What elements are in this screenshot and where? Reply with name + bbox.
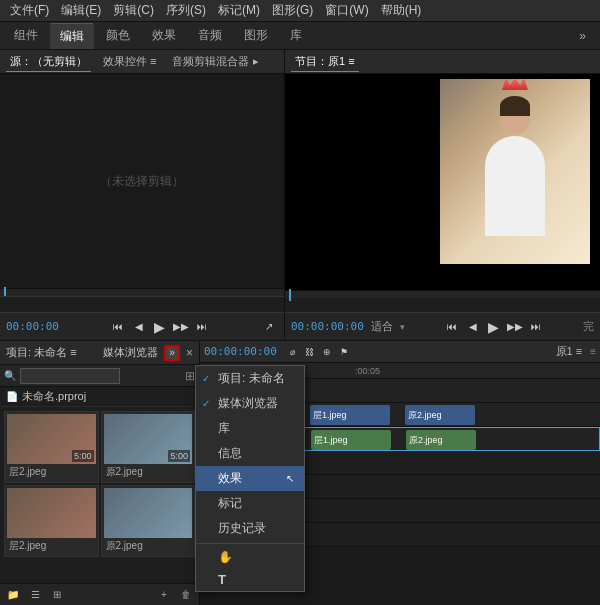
program-timecode: 00:00:00:00 bbox=[291, 320, 364, 333]
timeline-header: 00:00:00:00 ⌀ ⛓ ⊕ ⚑ 原1 ≡ ≡ bbox=[200, 341, 600, 363]
dropdown-label-5: 标记 bbox=[218, 495, 242, 512]
source-prev-btn[interactable]: ⏮ bbox=[109, 318, 127, 336]
program-ruler bbox=[285, 298, 600, 312]
timeline-ripple-btn[interactable]: ⌀ bbox=[285, 344, 301, 360]
dropdown-item-1[interactable]: ✓ 媒体浏览器 bbox=[196, 391, 304, 416]
tab-library[interactable]: 库 bbox=[280, 23, 312, 48]
menu-help[interactable]: 帮助(H) bbox=[375, 0, 428, 21]
program-fit-arrow: ▾ bbox=[400, 322, 405, 332]
program-panel: 节目：原1 ≡ 00:00:00:00 适合 ▾ bbox=[285, 50, 600, 340]
source-export-btn[interactable]: ↗ bbox=[260, 318, 278, 336]
menu-graphics[interactable]: 图形(G) bbox=[266, 0, 319, 21]
dropdown-menu: ✓ 项目: 未命名 ✓ 媒体浏览器 库 信息 效果 ↖ 标记 历史记录 bbox=[195, 365, 305, 592]
dropdown-hand-item[interactable]: ✋ bbox=[196, 546, 304, 568]
tab-graphics[interactable]: 图形 bbox=[234, 23, 278, 48]
program-tab[interactable]: 节目：原1 ≡ bbox=[291, 52, 359, 72]
hand-icon: ✋ bbox=[218, 550, 233, 564]
thumb-image-1: 5:00 bbox=[104, 414, 193, 464]
dropdown-item-6[interactable]: 历史记录 bbox=[196, 516, 304, 541]
thumb-label-0: 层2.jpeg bbox=[7, 464, 96, 480]
track-v1-area[interactable]: 层1.jpeg 原2.jpeg bbox=[261, 428, 599, 450]
dropdown-item-4[interactable]: 效果 ↖ bbox=[196, 466, 304, 491]
track-a2-area[interactable] bbox=[260, 475, 600, 498]
dropdown-item-5[interactable]: 标记 bbox=[196, 491, 304, 516]
menu-clip[interactable]: 剪辑(C) bbox=[107, 0, 160, 21]
track-v2-area[interactable]: 层1.jpeg 原2.jpeg bbox=[260, 403, 600, 426]
thumb-dur-0: 5:00 bbox=[72, 450, 94, 462]
dropdown-item-3[interactable]: 信息 bbox=[196, 441, 304, 466]
tab-audio[interactable]: 音频 bbox=[188, 23, 232, 48]
program-progress-bar[interactable] bbox=[285, 290, 600, 298]
dropdown-item-2[interactable]: 库 bbox=[196, 416, 304, 441]
new-item-btn[interactable]: + bbox=[155, 586, 173, 604]
timeline-more-icon[interactable]: ≡ bbox=[590, 346, 596, 357]
project-panel-header: 项目: 未命名 ≡ 媒体浏览器 » × bbox=[0, 341, 199, 365]
dropdown-text-item[interactable]: T bbox=[196, 568, 304, 591]
project-file-row: 📄 未命名.prproj bbox=[0, 387, 199, 407]
thumb-item-2[interactable]: 层2.jpeg bbox=[4, 485, 99, 557]
thumb-item-3[interactable]: 原2.jpeg bbox=[101, 485, 196, 557]
project-panel: 项目: 未命名 ≡ 媒体浏览器 » × 🔍 ⊞ 📄 未命名.prproj 5:0… bbox=[0, 341, 200, 605]
track-master-area[interactable] bbox=[260, 523, 600, 546]
source-tab[interactable]: 源：（无剪辑） bbox=[6, 52, 91, 72]
delete-btn[interactable]: 🗑 bbox=[177, 586, 195, 604]
figure-body bbox=[485, 136, 545, 236]
track-v3-area[interactable] bbox=[260, 379, 600, 402]
dropdown-label-1: 媒体浏览器 bbox=[218, 395, 278, 412]
track-v1-clip-2[interactable]: 原2.jpeg bbox=[406, 430, 476, 450]
track-v2-clip-2[interactable]: 原2.jpeg bbox=[405, 405, 475, 425]
dropdown-label-4: 效果 bbox=[218, 470, 242, 487]
menu-edit[interactable]: 编辑(E) bbox=[55, 0, 107, 21]
track-v1-clip-1[interactable]: 层1.jpeg bbox=[311, 430, 391, 450]
tab-more[interactable]: » bbox=[569, 25, 596, 47]
project-icon-btn[interactable]: ⊞ bbox=[185, 369, 195, 383]
menu-file[interactable]: 文件(F) bbox=[4, 0, 55, 21]
timeline-magnet-btn[interactable]: ⊕ bbox=[319, 344, 335, 360]
tab-effects[interactable]: 效果 bbox=[142, 23, 186, 48]
close-panel-icon[interactable]: × bbox=[186, 346, 193, 360]
timeline-timecode: 00:00:00:00 bbox=[204, 345, 277, 358]
program-next-btn[interactable]: ⏭ bbox=[527, 318, 545, 336]
thumb-item-1[interactable]: 5:00 原2.jpeg bbox=[101, 411, 196, 483]
menu-marker[interactable]: 标记(M) bbox=[212, 0, 266, 21]
menu-sequence[interactable]: 序列(S) bbox=[160, 0, 212, 21]
program-fit-label: 适合 bbox=[371, 319, 393, 334]
audio-mixer-tab[interactable]: 音频剪辑混合器 ▸ bbox=[168, 52, 262, 71]
track-v2-clip-1[interactable]: 层1.jpeg bbox=[310, 405, 390, 425]
program-prev-btn[interactable]: ⏮ bbox=[443, 318, 461, 336]
mouse-pointer-icon: ↖ bbox=[286, 473, 294, 484]
timeline-link-btn[interactable]: ⛓ bbox=[302, 344, 318, 360]
thumb-item-0[interactable]: 5:00 层2.jpeg bbox=[4, 411, 99, 483]
tab-color[interactable]: 颜色 bbox=[96, 23, 140, 48]
program-step-fwd-btn[interactable]: ▶▶ bbox=[506, 318, 524, 336]
list-view-btn[interactable]: ☰ bbox=[26, 586, 44, 604]
project-title: 项目: 未命名 ≡ bbox=[6, 345, 97, 360]
source-step-fwd-btn[interactable]: ▶▶ bbox=[172, 318, 190, 336]
figure-hair bbox=[500, 96, 530, 116]
thumb-image-3 bbox=[104, 488, 193, 538]
program-play-btn[interactable]: ▶ bbox=[485, 318, 503, 336]
source-play-btn[interactable]: ▶ bbox=[151, 318, 169, 336]
program-video-frame bbox=[440, 79, 590, 264]
track-a1-area[interactable] bbox=[260, 451, 600, 474]
expand-panel-btn[interactable]: » bbox=[164, 345, 180, 361]
source-step-back-btn[interactable]: ◀ bbox=[130, 318, 148, 336]
figure bbox=[475, 104, 555, 264]
program-step-back-btn[interactable]: ◀ bbox=[464, 318, 482, 336]
new-bin-btn[interactable]: 📁 bbox=[4, 586, 22, 604]
source-next-btn[interactable]: ⏭ bbox=[193, 318, 211, 336]
tab-edit[interactable]: 编辑 bbox=[50, 23, 94, 49]
effects-controls-tab[interactable]: 效果控件 ≡ bbox=[99, 52, 160, 71]
project-search-input[interactable] bbox=[20, 368, 120, 384]
icon-view-btn[interactable]: ⊞ bbox=[48, 586, 66, 604]
timeline-title: 原1 ≡ bbox=[556, 344, 583, 359]
source-panel-header: 源：（无剪辑） 效果控件 ≡ 音频剪辑混合器 ▸ bbox=[0, 50, 284, 74]
menu-window[interactable]: 窗口(W) bbox=[319, 0, 374, 21]
tab-assembly[interactable]: 组件 bbox=[4, 23, 48, 48]
dropdown-item-0[interactable]: ✓ 项目: 未命名 bbox=[196, 366, 304, 391]
track-a3-area[interactable] bbox=[260, 499, 600, 522]
timeline-marker-btn[interactable]: ⚑ bbox=[336, 344, 352, 360]
source-progress-bar[interactable] bbox=[0, 288, 284, 296]
timeline-tool-buttons: ⌀ ⛓ ⊕ ⚑ bbox=[285, 344, 352, 360]
media-browser-tab[interactable]: 媒体浏览器 bbox=[103, 345, 158, 360]
